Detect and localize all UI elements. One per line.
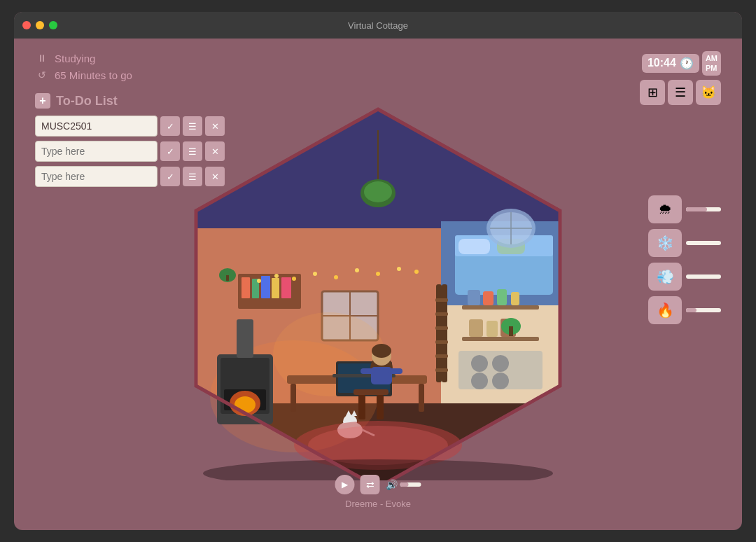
svg-point-46 (397, 267, 401, 271)
svg-rect-51 (290, 384, 296, 412)
svg-rect-88 (509, 326, 513, 336)
svg-rect-63 (360, 368, 374, 374)
minimize-button[interactable] (36, 21, 44, 29)
volume-icon: 🔊 (386, 479, 398, 490)
cottage-illustration (168, 88, 588, 480)
todo-input-2[interactable] (35, 141, 158, 162)
volume-slider[interactable] (400, 482, 421, 487)
todo-title: To-Do List (56, 94, 118, 109)
svg-rect-78 (462, 305, 539, 310)
svg-rect-64 (388, 368, 402, 374)
snow-icon[interactable]: ❄️ (648, 229, 682, 257)
pause-icon[interactable]: ⏸ (35, 51, 49, 65)
rain-control: 🌧 (648, 195, 721, 223)
studying-row: ⏸ Studying (35, 51, 225, 65)
svg-point-41 (292, 277, 296, 281)
grid-icon[interactable]: ⊞ (640, 80, 665, 105)
svg-point-93 (492, 373, 509, 389)
svg-point-91 (492, 355, 509, 372)
ampm-button[interactable]: AMPM (702, 51, 721, 76)
clock-time: 10:44 (648, 57, 676, 69)
clock-display[interactable]: 10:44 🕐 (642, 54, 699, 73)
todo-delete-1[interactable]: ✕ (205, 116, 225, 136)
snow-control: ❄️ (648, 229, 721, 257)
svg-point-43 (334, 275, 338, 279)
window-title: Virtual Cottage (348, 20, 408, 31)
todo-check-3[interactable]: ✓ (160, 167, 180, 186)
close-button[interactable] (22, 21, 31, 29)
svg-point-47 (414, 270, 419, 274)
music-player: ▶ ⇄ 🔊 Dreeme - Evoke (335, 475, 421, 509)
svg-point-45 (376, 272, 380, 276)
svg-rect-18 (435, 298, 448, 302)
svg-point-39 (257, 279, 261, 283)
svg-rect-21 (435, 340, 448, 344)
studying-label: Studying (55, 53, 95, 64)
track-label: Dreeme - Evoke (345, 499, 411, 509)
todo-list-2[interactable]: ☰ (183, 141, 202, 161)
svg-rect-52 (419, 384, 424, 412)
maximize-button[interactable] (49, 21, 57, 29)
time-row: 10:44 🕐 AMPM (642, 51, 721, 76)
svg-rect-31 (261, 276, 270, 298)
svg-point-61 (372, 344, 391, 358)
todo-item: ✓ ☰ ✕ (35, 166, 225, 187)
todo-delete-2[interactable]: ✕ (205, 141, 225, 161)
todo-check-1[interactable]: ✓ (160, 116, 180, 136)
fire-icon[interactable]: 🔥 (648, 296, 682, 324)
fire-slider[interactable] (686, 308, 721, 312)
svg-rect-33 (281, 277, 291, 298)
svg-rect-35 (226, 275, 229, 281)
left-panel: ⏸ Studying ↺ 65 Minutes to go + To-Do Li… (35, 51, 225, 191)
wind-slider[interactable] (686, 275, 721, 279)
todo-item: ✓ ☰ ✕ (35, 116, 225, 137)
sound-controls: 🌧 ❄️ 💨 🔥 (648, 195, 721, 324)
svg-rect-56 (354, 389, 388, 395)
shuffle-button[interactable]: ⇄ (360, 475, 380, 494)
traffic-lights (22, 21, 57, 29)
add-todo-button[interactable]: + (35, 93, 50, 109)
svg-rect-85 (486, 321, 498, 337)
svg-rect-83 (511, 292, 519, 305)
todo-input-1[interactable] (35, 116, 158, 137)
wind-icon[interactable]: 💨 (648, 263, 682, 291)
todo-list-3[interactable]: ☰ (183, 167, 202, 186)
play-button[interactable]: ▶ (335, 475, 355, 494)
svg-rect-10 (458, 239, 490, 254)
svg-rect-58 (377, 395, 384, 419)
svg-rect-62 (371, 367, 392, 384)
todo-input-3[interactable] (35, 166, 158, 187)
rain-icon[interactable]: 🌧 (648, 195, 682, 223)
list-view-icon[interactable]: ☰ (668, 80, 693, 105)
app-window: Virtual Cottage ⏸ Studying ↺ 65 Minutes … (14, 12, 742, 530)
svg-rect-23 (435, 368, 448, 372)
rain-slider[interactable] (686, 207, 721, 211)
todo-item: ✓ ☰ ✕ (35, 141, 225, 162)
volume-control: 🔊 (386, 479, 421, 490)
todo-section: + To-Do List ✓ ☰ ✕ ✓ ☰ ✕ (35, 93, 225, 187)
svg-rect-81 (483, 291, 493, 305)
svg-rect-19 (435, 312, 448, 316)
main-content: ⏸ Studying ↺ 65 Minutes to go + To-Do Li… (14, 39, 742, 530)
svg-point-90 (471, 355, 488, 372)
svg-point-42 (313, 272, 317, 276)
todo-check-2[interactable]: ✓ (160, 141, 180, 161)
todo-list-1[interactable]: ☰ (183, 116, 202, 136)
cat-icon[interactable]: 🐱 (696, 80, 721, 105)
snow-slider[interactable] (686, 241, 721, 245)
refresh-icon[interactable]: ↺ (35, 68, 49, 82)
svg-rect-29 (241, 277, 250, 298)
todo-delete-3[interactable]: ✕ (205, 167, 225, 186)
svg-rect-79 (462, 337, 539, 341)
svg-rect-84 (469, 319, 483, 337)
top-icon-row: ⊞ ☰ 🐱 (640, 80, 721, 105)
wind-control: 💨 (648, 263, 721, 291)
player-controls: ▶ ⇄ 🔊 (335, 475, 421, 494)
svg-rect-80 (468, 290, 480, 305)
svg-rect-20 (435, 326, 448, 330)
right-panel-top: 10:44 🕐 AMPM ⊞ ☰ 🐱 (640, 51, 721, 105)
svg-rect-75 (237, 319, 253, 358)
todo-header: + To-Do List (35, 93, 225, 109)
timer-row: ↺ 65 Minutes to go (35, 68, 225, 82)
svg-point-92 (471, 373, 488, 389)
